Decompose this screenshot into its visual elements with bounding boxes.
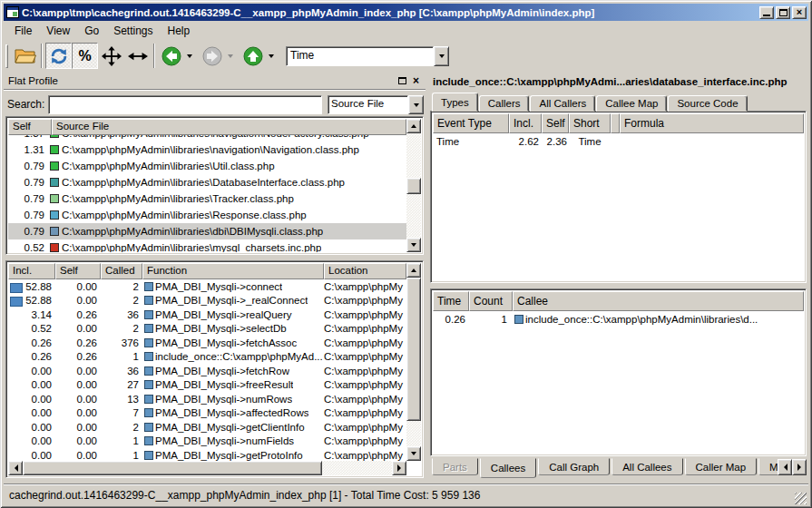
called-count: 36 — [101, 309, 142, 320]
open-file-button[interactable] — [12, 43, 38, 69]
column-header-self[interactable]: Self — [55, 263, 101, 279]
column-header-time[interactable]: Time — [433, 291, 469, 311]
scroll-left-button[interactable] — [8, 461, 23, 475]
tab-scroll-right-button[interactable] — [792, 459, 807, 475]
function-row[interactable]: 0.26 0.26 376 PMA_DBI_Mysqli->fetchAssoc… — [8, 336, 406, 350]
scroll-right-button[interactable] — [392, 461, 406, 475]
event-type-selector[interactable]: Time — [286, 46, 449, 66]
menu-item[interactable]: Help — [161, 23, 198, 39]
detail-tab[interactable]: Source Code — [668, 95, 747, 112]
minimize-button[interactable] — [759, 6, 774, 19]
scroll-up-button[interactable] — [406, 119, 421, 133]
scroll-up-button[interactable] — [406, 263, 421, 278]
detail-tab[interactable]: Caller Map — [685, 458, 758, 475]
forward-button[interactable] — [199, 43, 225, 69]
function-row[interactable]: 0.00 0.00 27 PMA_DBI_Mysqli->freeResult … — [8, 378, 406, 393]
function-row[interactable]: 0.00 0.00 2 PMA_DBI_Mysqli->getClientInf… — [8, 420, 406, 435]
column-header-incl[interactable]: Incl. — [509, 113, 542, 133]
back-dropdown-button[interactable] — [184, 43, 195, 69]
group-by-selector[interactable]: Source File — [328, 95, 424, 114]
resize-grip-icon[interactable] — [795, 493, 807, 504]
function-row[interactable]: 0.26 0.26 1 include_once::C:\xampp\phpMy… — [8, 350, 406, 365]
column-header-count[interactable]: Count — [469, 291, 513, 311]
function-row[interactable]: 0.00 0.00 1 PMA_DBI_Mysqli->numFields C:… — [8, 435, 406, 449]
detail-tab[interactable]: Call Graph — [538, 458, 610, 475]
menu-item[interactable]: File — [7, 23, 39, 39]
percentage-button[interactable]: % — [72, 43, 98, 69]
function-row[interactable]: 0.00 0.00 7 PMA_DBI_Mysqli->affectedRows… — [8, 406, 406, 421]
scroll-thumb[interactable] — [406, 278, 421, 421]
column-header-event-type[interactable]: Event Type — [433, 113, 509, 133]
source-file-row[interactable]: 0.52 C:\xampp\phpMyAdmin\libraries\mysql… — [8, 239, 406, 252]
scroll-track[interactable] — [406, 133, 421, 178]
callee-row[interactable]: 0.26 1 include_once::C:\xampp\phpMyAdmin… — [433, 311, 804, 327]
expand-areas-button[interactable] — [98, 43, 124, 69]
source-file-row[interactable]: 0.79 C:\xampp\phpMyAdmin\libraries\Util.… — [8, 158, 406, 174]
dock-title-bar[interactable]: Flat Profile × — [4, 73, 426, 88]
forward-dropdown-button[interactable] — [225, 43, 236, 69]
event-type-row[interactable]: Time 2.62 2.36 Time — [433, 133, 804, 149]
function-row[interactable]: 0.00 0.00 36 PMA_DBI_Mysqli->fetchRow C:… — [8, 364, 406, 378]
function-row[interactable]: 0.00 0.00 1 PMA_DBI_Mysqli->getProtoInfo… — [8, 448, 406, 461]
app-icon — [6, 6, 19, 18]
menu-item[interactable]: Settings — [106, 23, 160, 39]
menu-item[interactable]: Go — [77, 23, 106, 39]
maximize-button[interactable] — [776, 6, 790, 19]
tab-scroll-left-button[interactable] — [778, 459, 792, 475]
detail-tab[interactable]: All Callees — [611, 458, 682, 475]
source-file-row[interactable]: 0.79 C:\xampp\phpMyAdmin\libraries\dbi\D… — [8, 223, 406, 239]
dock-float-button[interactable] — [396, 74, 409, 87]
combo-dropdown-button[interactable] — [434, 46, 449, 66]
toolbar-handle[interactable] — [5, 44, 8, 68]
scroll-thumb[interactable] — [23, 461, 322, 475]
up-button[interactable] — [240, 43, 266, 69]
column-header-short[interactable]: Short — [569, 113, 611, 133]
source-file-row[interactable]: 0.79 C:\xampp\phpMyAdmin\libraries\Respo… — [8, 207, 406, 223]
column-header-incl[interactable]: Incl. — [8, 263, 55, 279]
function-table-vscrollbar[interactable] — [406, 263, 421, 461]
detail-tab[interactable]: Types — [432, 93, 478, 112]
close-button[interactable]: × — [792, 6, 807, 19]
detail-tab[interactable]: Callees — [480, 458, 536, 478]
combo-dropdown-button[interactable] — [408, 95, 424, 114]
detail-tab[interactable]: Callers — [479, 95, 530, 112]
source-file-row[interactable]: 0.79 C:\xampp\phpMyAdmin\libraries\Track… — [8, 190, 406, 207]
column-header-self[interactable]: Self — [542, 113, 569, 133]
up-dropdown-button[interactable] — [266, 43, 277, 69]
function-row[interactable]: 0.52 0.00 2 PMA_DBI_Mysqli->selectDb C:\… — [8, 322, 406, 337]
relative-to-parent-button[interactable] — [124, 43, 151, 69]
function-table-hscrollbar[interactable] — [8, 461, 406, 475]
column-header-function[interactable]: Function — [142, 263, 324, 279]
source-table-vscrollbar[interactable] — [406, 119, 421, 252]
column-header-source-file[interactable]: Source File — [52, 119, 406, 135]
source-file-row[interactable]: 1.37 C:\xampp\phpMyAdmin\libraries\navig… — [8, 135, 406, 142]
scroll-thumb[interactable] — [406, 178, 421, 194]
detail-tab[interactable]: Callee Map — [596, 95, 667, 112]
function-row[interactable]: 0.00 0.00 13 PMA_DBI_Mysqli->numRows C:\… — [8, 392, 406, 406]
back-button[interactable] — [158, 43, 184, 69]
scroll-track[interactable] — [406, 194, 421, 239]
column-header-formula[interactable]: Formula — [620, 113, 804, 133]
function-row[interactable]: 52.88 0.00 2 PMA_DBI_Mysqli->connect C:\… — [8, 279, 406, 294]
scroll-down-button[interactable] — [406, 446, 421, 461]
menu-item[interactable]: View — [39, 23, 77, 39]
scroll-down-button[interactable] — [406, 238, 421, 252]
search-input[interactable] — [48, 95, 322, 114]
column-header-spacer[interactable] — [611, 113, 620, 133]
dock-close-button[interactable]: × — [409, 74, 423, 87]
detail-tab[interactable]: Parts — [432, 458, 478, 475]
cycle-relative-button[interactable] — [45, 43, 72, 69]
scroll-track[interactable] — [406, 421, 421, 446]
self-value: 0.00 — [55, 295, 101, 306]
scroll-track[interactable] — [322, 461, 392, 475]
function-row[interactable]: 3.14 0.26 36 PMA_DBI_Mysqli->realQuery C… — [8, 308, 406, 322]
column-header-self[interactable]: Self — [8, 119, 52, 135]
column-header-location[interactable]: Location — [324, 263, 406, 279]
function-row[interactable]: 52.88 0.00 2 PMA_DBI_Mysqli->_realConnec… — [8, 294, 406, 308]
source-file-row[interactable]: 0.79 C:\xampp\phpMyAdmin\libraries\Datab… — [8, 174, 406, 190]
title-bar[interactable]: C:\xampp\tmp\cachegrind.out.1416463299-C… — [4, 4, 808, 21]
column-header-called[interactable]: Called — [101, 263, 142, 279]
source-file-row[interactable]: 1.31 C:\xampp\phpMyAdmin\libraries\navig… — [8, 142, 406, 158]
column-header-callee[interactable]: Callee — [513, 291, 804, 311]
detail-tab[interactable]: All Callers — [530, 95, 595, 112]
